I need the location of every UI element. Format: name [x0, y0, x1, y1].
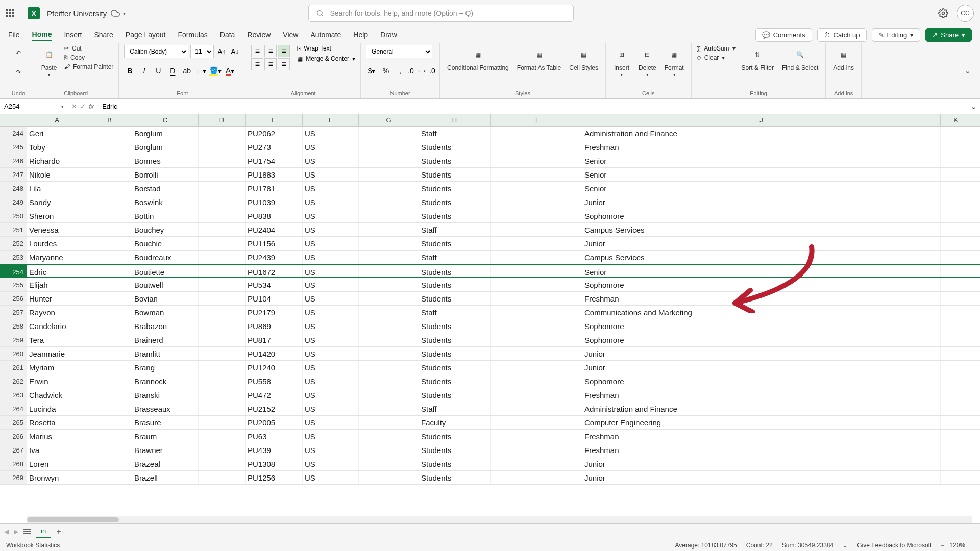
comma-format-button[interactable]: , [395, 65, 406, 77]
col-header-E[interactable]: E [246, 114, 303, 126]
cell[interactable]: PU104 [246, 292, 303, 305]
cell[interactable]: Edric [27, 265, 87, 277]
cell[interactable] [87, 195, 132, 209]
cell[interactable] [87, 361, 132, 374]
cell[interactable]: Faculty [419, 416, 491, 429]
row-header-253[interactable]: 253 [0, 251, 27, 264]
catchup-button[interactable]: ⏱ Catch up [817, 28, 867, 42]
cell[interactable]: Chadwick [27, 388, 87, 402]
row-header-250[interactable]: 250 [0, 209, 27, 222]
cell[interactable] [359, 251, 419, 264]
cell[interactable]: Venessa [27, 223, 87, 236]
row-header-251[interactable]: 251 [0, 223, 27, 236]
menu-home[interactable]: Home [32, 28, 52, 41]
cell[interactable] [199, 471, 246, 484]
cell[interactable] [941, 154, 971, 167]
cell[interactable]: US [303, 127, 359, 140]
fill-color-button[interactable]: 🪣▾ [210, 65, 221, 77]
cell[interactable]: Staff [419, 251, 491, 264]
document-title[interactable]: Pfeiffer University [47, 9, 107, 18]
cell[interactable] [491, 402, 582, 415]
font-dialog-launcher[interactable] [237, 90, 243, 96]
cell[interactable]: Freshman [582, 443, 941, 457]
row-header-263[interactable]: 263 [0, 388, 27, 402]
cell[interactable]: Iva [27, 443, 87, 457]
cell[interactable] [491, 251, 582, 264]
cell[interactable]: Brazeal [132, 457, 199, 470]
row-header-257[interactable]: 257 [0, 306, 27, 319]
cell[interactable] [199, 443, 246, 457]
cell[interactable]: Freshman [582, 292, 941, 305]
cell[interactable]: Bouchey [132, 223, 199, 236]
cell[interactable]: Brang [132, 361, 199, 374]
cell[interactable] [491, 278, 582, 291]
cell[interactable] [941, 168, 971, 181]
menu-review[interactable]: Review [247, 29, 271, 41]
cell[interactable] [941, 292, 971, 305]
cell[interactable]: Students [419, 319, 491, 333]
cell[interactable]: US [303, 237, 359, 250]
cell[interactable]: Staff [419, 306, 491, 319]
cell[interactable] [359, 333, 419, 346]
cell[interactable] [941, 347, 971, 360]
cell[interactable] [359, 140, 419, 154]
cell[interactable]: Students [419, 443, 491, 457]
cell[interactable] [87, 388, 132, 402]
cell[interactable]: Freshman [582, 140, 941, 154]
align-left-button[interactable]: ≡ [251, 58, 263, 70]
grow-font-button[interactable]: A↑ [216, 46, 227, 57]
strikethrough-button[interactable]: ab [181, 65, 192, 77]
cell[interactable] [199, 319, 246, 333]
cell[interactable] [491, 154, 582, 167]
cell[interactable] [491, 265, 582, 277]
cell[interactable]: Geri [27, 127, 87, 140]
cell[interactable] [87, 251, 132, 264]
cell[interactable] [87, 209, 132, 222]
cell[interactable] [941, 388, 971, 402]
addins-button[interactable]: ▦Add-ins [831, 45, 856, 72]
align-middle-button[interactable]: ≡ [264, 45, 277, 57]
add-sheet-button[interactable]: + [56, 527, 61, 536]
cell[interactable]: Lila [27, 182, 87, 195]
row-header-267[interactable]: 267 [0, 443, 27, 457]
cell[interactable] [491, 388, 582, 402]
cell[interactable] [199, 430, 246, 443]
row-header-269[interactable]: 269 [0, 471, 27, 484]
align-bottom-button[interactable]: ≡ [278, 45, 290, 57]
cell[interactable] [359, 127, 419, 140]
cell[interactable] [87, 140, 132, 154]
cell[interactable]: PU439 [246, 443, 303, 457]
menu-view[interactable]: View [283, 29, 298, 41]
cell[interactable]: Boutwell [132, 278, 199, 291]
cell[interactable]: US [303, 251, 359, 264]
cell[interactable] [199, 402, 246, 415]
cell[interactable]: Students [419, 209, 491, 222]
cell[interactable]: Brawner [132, 443, 199, 457]
redo-button[interactable]: ↷ [9, 64, 28, 81]
col-header-B[interactable]: B [87, 114, 132, 126]
underline-button[interactable]: U [153, 65, 164, 77]
cell[interactable] [941, 457, 971, 470]
number-dialog-launcher[interactable] [431, 90, 437, 96]
cell[interactable]: PU63 [246, 430, 303, 443]
cell[interactable]: PU1781 [246, 182, 303, 195]
cell[interactable]: US [303, 443, 359, 457]
cell[interactable] [87, 168, 132, 181]
cell[interactable] [941, 278, 971, 291]
align-center-button[interactable]: ≡ [264, 58, 277, 70]
cell[interactable] [87, 430, 132, 443]
col-header-G[interactable]: G [359, 114, 419, 126]
cell[interactable]: Students [419, 154, 491, 167]
cell[interactable]: US [303, 319, 359, 333]
cell[interactable] [941, 265, 971, 277]
cell[interactable] [359, 278, 419, 291]
cell[interactable]: PU558 [246, 374, 303, 388]
cell[interactable]: PU472 [246, 388, 303, 402]
align-right-button[interactable]: ≡ [278, 58, 290, 70]
menu-draw[interactable]: Draw [380, 29, 397, 41]
cell[interactable]: Students [419, 182, 491, 195]
row-header-255[interactable]: 255 [0, 278, 27, 291]
cell[interactable] [87, 471, 132, 484]
row-header-268[interactable]: 268 [0, 457, 27, 470]
cell[interactable]: Jeanmarie [27, 347, 87, 360]
